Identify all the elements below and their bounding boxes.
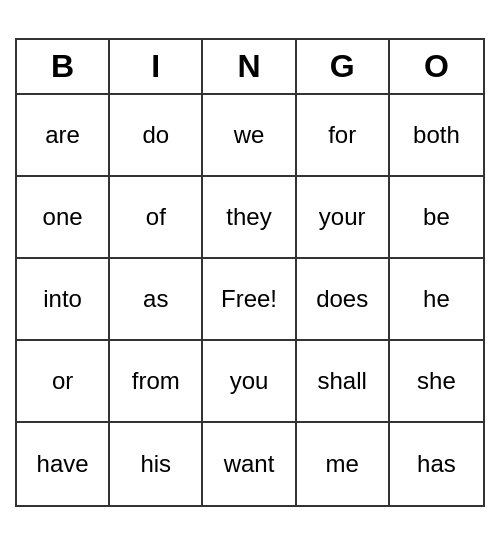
cell-r0-c1: do <box>110 95 203 177</box>
header-letter: B <box>17 40 110 93</box>
bingo-grid: aredoweforbothoneoftheyyourbeintoasFree!… <box>17 95 483 505</box>
cell-r3-c0: or <box>17 341 110 423</box>
cell-r3-c4: she <box>390 341 483 423</box>
cell-r4-c3: me <box>297 423 390 505</box>
cell-r2-c0: into <box>17 259 110 341</box>
header-letter: O <box>390 40 483 93</box>
cell-r1-c3: your <box>297 177 390 259</box>
cell-r2-c4: he <box>390 259 483 341</box>
bingo-card: BINGO aredoweforbothoneoftheyyourbeintoa… <box>15 38 485 507</box>
cell-r1-c4: be <box>390 177 483 259</box>
cell-r3-c2: you <box>203 341 296 423</box>
cell-r0-c0: are <box>17 95 110 177</box>
header-letter: G <box>297 40 390 93</box>
cell-r1-c1: of <box>110 177 203 259</box>
cell-r2-c3: does <box>297 259 390 341</box>
cell-r1-c2: they <box>203 177 296 259</box>
cell-r4-c2: want <box>203 423 296 505</box>
cell-r3-c3: shall <box>297 341 390 423</box>
header-letter: N <box>203 40 296 93</box>
cell-r4-c4: has <box>390 423 483 505</box>
cell-r2-c1: as <box>110 259 203 341</box>
cell-r2-c2: Free! <box>203 259 296 341</box>
cell-r4-c1: his <box>110 423 203 505</box>
cell-r0-c4: both <box>390 95 483 177</box>
cell-r4-c0: have <box>17 423 110 505</box>
cell-r1-c0: one <box>17 177 110 259</box>
cell-r0-c2: we <box>203 95 296 177</box>
cell-r0-c3: for <box>297 95 390 177</box>
bingo-header: BINGO <box>17 40 483 95</box>
header-letter: I <box>110 40 203 93</box>
cell-r3-c1: from <box>110 341 203 423</box>
